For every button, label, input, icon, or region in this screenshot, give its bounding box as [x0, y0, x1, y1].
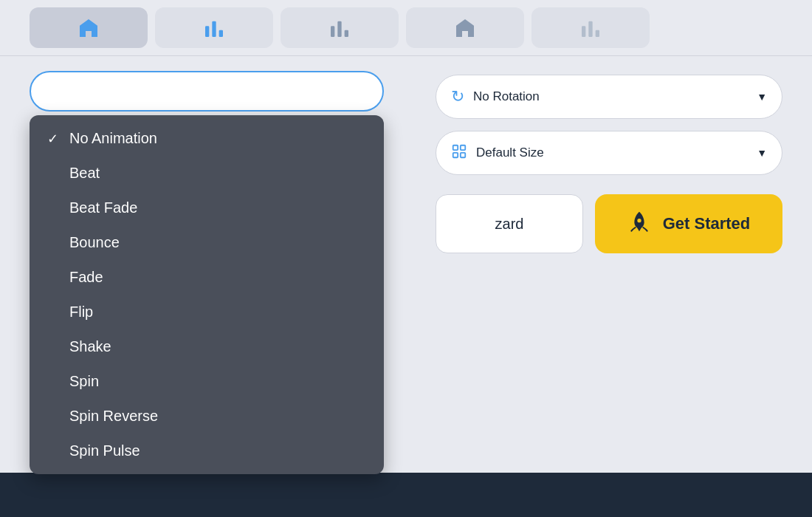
rotation-label: No Rotation — [473, 89, 748, 104]
bar-chart-icon-2 — [328, 16, 351, 40]
get-started-label: Get Started — [663, 214, 751, 233]
wizard-button[interactable]: zard — [436, 194, 583, 253]
animation-dropdown-menu: ✓ No Animation Beat Beat Fade Bounce — [30, 115, 384, 474]
icon-bar: Animate Icon — [0, 0, 812, 56]
svg-rect-11 — [453, 152, 458, 157]
rotation-icon: ↻ — [451, 87, 464, 106]
rotation-chevron-icon: ▼ — [757, 91, 767, 103]
left-panel: ✓ No Animation Beat Beat Fade Bounce — [30, 71, 413, 253]
svg-rect-8 — [596, 30, 599, 36]
icon-cell-bar2[interactable] — [281, 7, 399, 48]
size-chevron-icon: ▼ — [757, 147, 767, 159]
rocket-icon — [627, 210, 651, 239]
svg-rect-10 — [461, 145, 465, 149]
home-icon — [77, 16, 100, 40]
svg-rect-6 — [582, 26, 585, 37]
bar-chart-icon-3 — [579, 16, 602, 40]
buttons-row: zard Get Started — [436, 194, 782, 253]
dropdown-item-beat-fade[interactable]: Beat Fade — [30, 191, 384, 225]
get-started-button[interactable]: Get Started — [595, 194, 782, 253]
svg-rect-0 — [205, 26, 209, 37]
dropdown-item-no-animation[interactable]: ✓ No Animation — [30, 121, 384, 156]
dropdown-item-beat[interactable]: Beat — [30, 156, 384, 191]
dropdown-item-shake[interactable]: Shake — [30, 329, 384, 364]
dropdown-item-spin[interactable]: Spin — [30, 364, 384, 399]
svg-rect-5 — [345, 30, 348, 36]
home-icon-2 — [453, 16, 477, 40]
size-icon — [451, 143, 467, 163]
svg-rect-12 — [461, 152, 465, 157]
svg-rect-3 — [331, 26, 334, 37]
icon-cell-bar3[interactable] — [531, 7, 650, 48]
checkmark-icon: ✓ — [47, 131, 61, 147]
size-label: Default Size — [476, 145, 748, 160]
dropdown-item-fade[interactable]: Fade — [30, 260, 384, 295]
rotation-select[interactable]: ↻ No Rotation ▼ — [436, 75, 782, 119]
dropdown-item-flip[interactable]: Flip — [30, 295, 384, 329]
svg-rect-7 — [588, 21, 592, 36]
icon-cell-bar1[interactable] — [155, 7, 273, 48]
footer-bar — [0, 473, 812, 517]
right-panel: ↻ No Rotation ▼ Default Size ▼ — [436, 71, 782, 253]
svg-rect-9 — [453, 145, 458, 149]
main-area: Animate Icon — [0, 0, 812, 517]
content-area: ✓ No Animation Beat Beat Fade Bounce — [0, 56, 812, 268]
size-select[interactable]: Default Size ▼ — [436, 131, 782, 175]
animation-dropdown-trigger[interactable] — [30, 71, 384, 112]
svg-rect-1 — [212, 21, 216, 36]
svg-rect-2 — [219, 30, 223, 36]
bar-chart-icon-1 — [202, 16, 226, 40]
icon-cell-home[interactable]: Animate Icon — [30, 7, 148, 48]
icon-cell-home2[interactable] — [406, 7, 524, 48]
svg-rect-4 — [337, 21, 341, 36]
dropdown-item-spin-pulse[interactable]: Spin Pulse — [30, 434, 384, 468]
dropdown-item-spin-reverse[interactable]: Spin Reverse — [30, 399, 384, 434]
svg-point-13 — [637, 219, 641, 222]
dropdown-item-bounce[interactable]: Bounce — [30, 225, 384, 260]
